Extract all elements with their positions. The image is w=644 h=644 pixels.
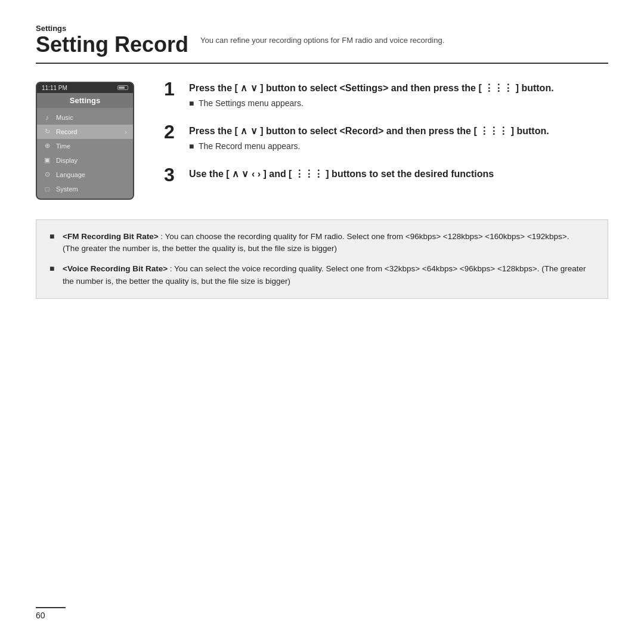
device-menu-items: ♪ Music ↻ Record › ⊕ Time ▣ Display — [37, 108, 133, 199]
menu-item-record[interactable]: ↻ Record › — [37, 125, 133, 139]
info-text-fm: <FM Recording Bit Rate> : You can choose… — [63, 231, 569, 255]
step-2-instruction: Press the [ ∧ ∨ ] button to select <Reco… — [189, 125, 608, 138]
menu-item-time[interactable]: ⊕ Time — [37, 139, 133, 153]
record-icon: ↻ — [43, 128, 51, 136]
device-mockup: 11:11 PM Settings ♪ Music ↻ R — [36, 82, 140, 202]
header-description: You can refine your recording options fo… — [188, 24, 444, 47]
menu-label-record: Record — [56, 128, 120, 135]
settings-label: Settings — [36, 24, 188, 33]
main-content: 11:11 PM Settings ♪ Music ↻ R — [36, 82, 608, 202]
device-battery — [117, 85, 128, 90]
step-3: 3 Use the [ ∧ ∨ ‹ › ] and [ ⋮⋮⋮ ] button… — [164, 168, 608, 184]
device-time: 11:11 PM — [42, 85, 67, 91]
fm-title: <FM Recording Bit Rate> — [63, 232, 159, 241]
info-box: ■ <FM Recording Bit Rate> : You can choo… — [36, 219, 608, 299]
device-menu-header: Settings — [37, 93, 133, 108]
step-1: 1 Press the [ ∧ ∨ ] button to select <Se… — [164, 82, 608, 108]
menu-item-display[interactable]: ▣ Display — [37, 153, 133, 168]
menu-label-music: Music — [56, 114, 127, 121]
menu-item-music[interactable]: ♪ Music — [37, 110, 133, 125]
menu-item-system[interactable]: □ System — [37, 182, 133, 196]
display-icon: ▣ — [43, 156, 51, 165]
info-bullet-fm: ■ — [49, 231, 57, 241]
language-icon: ⊙ — [43, 171, 51, 179]
battery-fill — [119, 86, 125, 89]
menu-label-system: System — [56, 185, 127, 193]
header-left: Settings Setting Record — [36, 24, 188, 57]
step-3-number: 3 — [164, 165, 181, 184]
page-number: 60 — [36, 611, 45, 620]
steps-section: 1 Press the [ ∧ ∨ ] button to select <Se… — [164, 82, 608, 202]
info-bullet-voice: ■ — [49, 264, 57, 273]
step-2-number: 2 — [164, 122, 181, 141]
system-icon: □ — [43, 185, 51, 193]
step-1-number: 1 — [164, 79, 181, 98]
step-1-content: Press the [ ∧ ∨ ] button to select <Sett… — [189, 82, 608, 108]
step-1-note: ■ The Settings menu appears. — [189, 98, 608, 108]
arrow-icon: › — [125, 128, 127, 135]
step-2-bullet: ■ — [189, 141, 195, 151]
menu-item-language[interactable]: ⊙ Language — [37, 168, 133, 182]
page-number-area: 60 — [36, 607, 66, 620]
step-3-content: Use the [ ∧ ∨ ‹ › ] and [ ⋮⋮⋮ ] buttons … — [189, 168, 608, 184]
info-text-voice: <Voice Recording Bit Rate> : You can sel… — [63, 263, 595, 287]
menu-label-time: Time — [56, 143, 127, 150]
menu-label-display: Display — [56, 157, 127, 164]
device: 11:11 PM Settings ♪ Music ↻ R — [36, 82, 134, 200]
step-2: 2 Press the [ ∧ ∨ ] button to select <Re… — [164, 125, 608, 151]
step-2-note-text: The Record menu appears. — [199, 141, 300, 151]
music-icon: ♪ — [43, 113, 51, 122]
page-number-line — [36, 607, 66, 608]
step-2-content: Press the [ ∧ ∨ ] button to select <Reco… — [189, 125, 608, 151]
step-1-instruction: Press the [ ∧ ∨ ] button to select <Sett… — [189, 82, 608, 95]
time-icon: ⊕ — [43, 142, 51, 150]
battery-bar — [117, 85, 128, 90]
menu-label-language: Language — [56, 171, 127, 178]
device-statusbar: 11:11 PM — [37, 83, 133, 93]
step-3-instruction: Use the [ ∧ ∨ ‹ › ] and [ ⋮⋮⋮ ] buttons … — [189, 168, 608, 181]
step-2-note: ■ The Record menu appears. — [189, 141, 608, 151]
page-title: Setting Record — [36, 33, 188, 57]
voice-title: <Voice Recording Bit Rate> — [63, 264, 168, 273]
info-item-voice: ■ <Voice Recording Bit Rate> : You can s… — [49, 263, 595, 287]
step-1-bullet: ■ — [189, 98, 195, 108]
page: Settings Setting Record You can refine y… — [0, 0, 644, 644]
header: Settings Setting Record You can refine y… — [36, 24, 608, 64]
info-item-fm: ■ <FM Recording Bit Rate> : You can choo… — [49, 231, 595, 255]
step-1-note-text: The Settings menu appears. — [199, 98, 304, 108]
